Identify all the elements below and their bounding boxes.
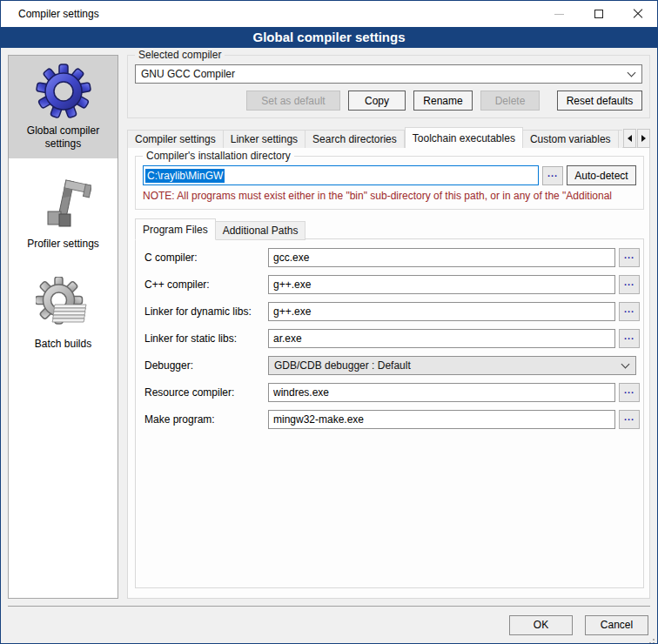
c-compiler-row: C compiler: ...: [144, 248, 640, 267]
cancel-button[interactable]: Cancel: [585, 615, 648, 635]
dynamic-linker-input[interactable]: [268, 302, 615, 321]
auto-detect-button[interactable]: Auto-detect: [567, 165, 636, 185]
resource-compiler-label: Resource compiler:: [144, 386, 268, 399]
tab-custom-variables[interactable]: Custom variables: [523, 130, 619, 148]
rename-button[interactable]: Rename: [413, 91, 473, 111]
c-compiler-browse-button[interactable]: ...: [619, 248, 640, 267]
compiler-select-value: GNU GCC Compiler: [141, 68, 623, 80]
tab-build-options[interactable]: Build options: [619, 130, 622, 148]
page-title: Global compiler settings: [1, 27, 657, 48]
installation-directory-group-label: Compiler's installation directory: [143, 150, 294, 162]
tab-search-directories[interactable]: Search directories: [306, 130, 405, 148]
tab-compiler-settings[interactable]: Compiler settings: [127, 130, 224, 148]
cpp-compiler-browse-button[interactable]: ...: [619, 275, 640, 294]
chevron-down-icon: [621, 359, 630, 368]
sidebar-item-label: Batch builds: [35, 338, 91, 351]
compiler-select[interactable]: GNU GCC Compiler: [135, 64, 642, 84]
chevron-down-icon: [628, 68, 636, 77]
copy-button[interactable]: Copy: [348, 91, 406, 111]
close-button[interactable]: [618, 1, 657, 27]
maximize-icon: [594, 10, 603, 18]
dynamic-linker-label: Linker for dynamic libs:: [144, 305, 268, 318]
toolchain-executables-page: Compiler's installation directory C:\ray…: [127, 147, 650, 599]
c-compiler-input[interactable]: [268, 248, 615, 267]
dynamic-linker-row: Linker for dynamic libs: ...: [144, 302, 640, 321]
debugger-select-value: GDB/CDB debugger : Default: [274, 359, 617, 372]
delete-button[interactable]: Delete: [480, 91, 540, 111]
caliper-icon: [36, 177, 91, 232]
close-icon: [633, 9, 643, 19]
resource-compiler-row: Resource compiler: ...: [144, 383, 640, 402]
settings-sidebar: Global compiler settings: [8, 55, 118, 599]
installation-directory-group: Compiler's installation directory C:\ray…: [135, 156, 644, 210]
cpp-compiler-row: C++ compiler: ...: [144, 275, 640, 294]
tab-scroll-buttons: [623, 129, 650, 148]
tab-toolchain-executables[interactable]: Toolchain executables: [405, 127, 523, 148]
make-program-row: Make program: ...: [144, 410, 640, 429]
arrow-left-icon: [628, 135, 632, 142]
caption-buttons: [540, 1, 657, 27]
blue-gear-icon: [36, 64, 91, 119]
tab-scroll-left-button[interactable]: [623, 129, 636, 148]
installation-directory-browse-button[interactable]: ...: [542, 166, 563, 185]
cpp-compiler-label: C++ compiler:: [144, 278, 268, 291]
make-program-input[interactable]: [268, 410, 615, 429]
installation-directory-value: C:\raylib\MinGW: [145, 169, 225, 183]
make-program-browse-button[interactable]: ...: [619, 410, 640, 429]
sidebar-item-label: Profiler settings: [27, 238, 99, 251]
title-bar: Compiler settings: [1, 1, 657, 27]
selected-compiler-group: Selected compiler GNU GCC Compiler Set a…: [127, 55, 650, 118]
debugger-select[interactable]: GDB/CDB debugger : Default: [268, 356, 636, 375]
settings-tabstrip: Compiler settings Linker settings Search…: [127, 126, 650, 148]
ok-button[interactable]: OK: [509, 615, 573, 635]
resize-grip[interactable]: [653, 639, 655, 641]
dynamic-linker-browse-button[interactable]: ...: [619, 302, 640, 321]
dialog-footer: OK Cancel: [8, 606, 650, 643]
make-program-label: Make program:: [144, 413, 268, 426]
minimize-button[interactable]: [540, 1, 579, 27]
selected-compiler-group-label: Selected compiler: [135, 49, 225, 61]
c-compiler-label: C compiler:: [144, 252, 268, 264]
gray-gear-stack-icon: [36, 277, 91, 332]
set-as-default-button[interactable]: Set as default: [246, 91, 340, 111]
compiler-settings-dialog: Compiler settings Global compiler settin…: [0, 0, 658, 644]
minimize-icon: [554, 14, 564, 15]
sidebar-item-label: Global compiler settings: [10, 124, 116, 151]
static-linker-input[interactable]: [268, 329, 615, 348]
sidebar-item-global-compiler-settings[interactable]: Global compiler settings: [9, 56, 118, 158]
arrow-right-icon: [641, 135, 646, 142]
program-files-tabstrip: Program Files Additional Paths: [135, 218, 644, 239]
installation-directory-input[interactable]: C:\raylib\MinGW: [143, 165, 539, 185]
debugger-row: Debugger: GDB/CDB debugger : Default: [144, 356, 640, 375]
bin-subdirectory-note: NOTE: All programs must exist either in …: [143, 190, 636, 202]
static-linker-browse-button[interactable]: ...: [619, 329, 640, 348]
static-linker-row: Linker for static libs: ...: [144, 329, 640, 348]
sidebar-item-profiler-settings[interactable]: Profiler settings: [9, 169, 118, 258]
tab-linker-settings[interactable]: Linker settings: [224, 130, 306, 148]
tab-additional-paths[interactable]: Additional Paths: [216, 221, 306, 240]
debugger-label: Debugger:: [144, 359, 268, 372]
cpp-compiler-input[interactable]: [268, 275, 615, 294]
tab-program-files[interactable]: Program Files: [135, 218, 216, 240]
tab-scroll-right-button[interactable]: [637, 129, 650, 148]
resource-compiler-browse-button[interactable]: ...: [619, 383, 640, 402]
program-files-page: C compiler: ... C++ compiler: ... Linker…: [135, 238, 644, 588]
reset-defaults-button[interactable]: Reset defaults: [557, 91, 642, 111]
sidebar-item-batch-builds[interactable]: Batch builds: [9, 269, 118, 359]
compiler-actions: Set as default Copy Rename Delete Reset …: [135, 91, 642, 111]
window-title: Compiler settings: [1, 8, 99, 20]
resource-compiler-input[interactable]: [268, 383, 615, 402]
maximize-button[interactable]: [579, 1, 618, 27]
static-linker-label: Linker for static libs:: [144, 332, 268, 345]
tabs-scroll-area: Compiler settings Linker settings Search…: [127, 127, 622, 148]
